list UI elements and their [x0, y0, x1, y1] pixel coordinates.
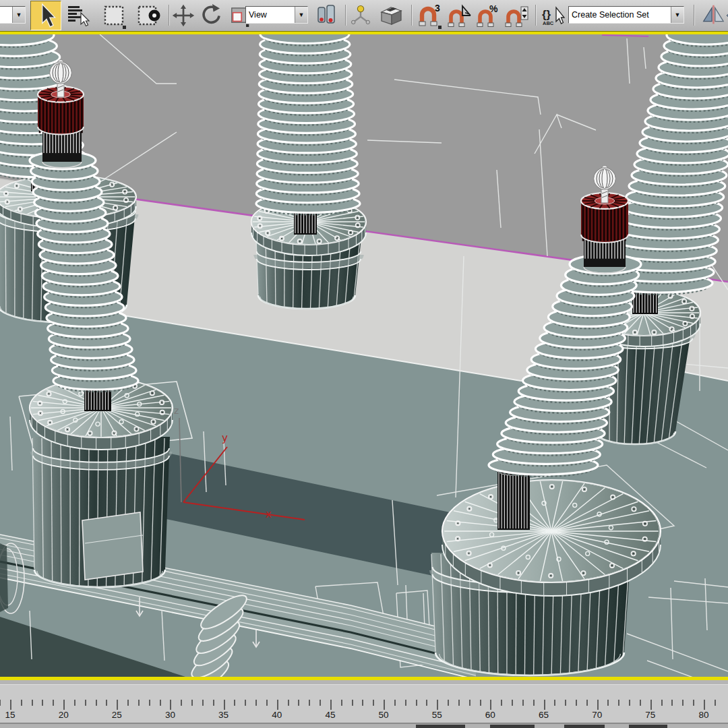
frame-tick[interactable]: [544, 700, 545, 710]
trackbar-key-segment[interactable]: [629, 725, 667, 728]
axis-label-y: y: [222, 432, 228, 444]
frame-tick[interactable]: [202, 700, 204, 706]
frame-tick[interactable]: [565, 700, 566, 706]
undo-dropdown[interactable]: ▼: [0, 6, 26, 24]
frame-tick[interactable]: [437, 700, 438, 710]
frame-tick[interactable]: [213, 700, 214, 706]
frame-tick[interactable]: [10, 700, 11, 710]
frame-tick[interactable]: [21, 700, 22, 706]
frame-tick[interactable]: [671, 700, 673, 706]
spinner-snap-toggle-button[interactable]: [503, 2, 530, 29]
abc-label: ABC: [543, 20, 554, 26]
frame-tick[interactable]: [480, 700, 481, 706]
frame-tick[interactable]: [682, 700, 684, 706]
frame-tick[interactable]: [106, 700, 107, 706]
frame-tick[interactable]: [650, 700, 652, 710]
frame-tick[interactable]: [362, 700, 363, 706]
magnet-3d-snap-icon: 3: [416, 2, 443, 29]
frame-tick[interactable]: [448, 700, 449, 706]
frame-tick[interactable]: [320, 700, 321, 706]
frame-tick[interactable]: [586, 700, 588, 706]
frame-tick[interactable]: [629, 700, 630, 706]
frame-tick[interactable]: [384, 700, 385, 710]
frame-tick[interactable]: [458, 700, 460, 706]
frame-tick[interactable]: [74, 700, 75, 706]
frame-tick[interactable]: [191, 700, 193, 706]
rectangular-selection-region-button[interactable]: [100, 2, 127, 29]
frame-tick[interactable]: [32, 700, 33, 706]
trackbar-key-segment[interactable]: [564, 725, 605, 728]
frame-tick[interactable]: [224, 700, 225, 710]
frame-tick[interactable]: [341, 700, 342, 706]
frame-tick[interactable]: [330, 700, 332, 710]
align-icon: [725, 2, 728, 29]
frame-tick[interactable]: [266, 700, 268, 706]
select-by-name-button[interactable]: [65, 2, 92, 29]
frame-tick[interactable]: [640, 700, 641, 706]
frame-tick[interactable]: [127, 700, 129, 706]
frame-tick[interactable]: [501, 700, 502, 706]
frame-tick[interactable]: [138, 700, 140, 706]
frame-tick[interactable]: [53, 700, 54, 706]
dropdown-arrow-icon[interactable]: ▼: [12, 7, 25, 23]
select-object-button[interactable]: [30, 1, 61, 30]
frame-tick[interactable]: [405, 700, 406, 706]
frame-tick[interactable]: [533, 700, 535, 706]
frame-tick[interactable]: [416, 700, 417, 706]
frame-tick[interactable]: [661, 700, 663, 706]
mirror-button[interactable]: [700, 2, 725, 29]
frame-tick[interactable]: [522, 700, 524, 706]
frame-tick[interactable]: [607, 700, 609, 706]
frame-tick[interactable]: [373, 700, 374, 706]
trackbar-key-segment[interactable]: [416, 725, 465, 728]
trackbar-key-segment[interactable]: [490, 725, 535, 728]
frame-tick[interactable]: [693, 700, 694, 706]
align-button-partial[interactable]: [725, 2, 728, 29]
edit-named-selection-sets-button[interactable]: {} ABC: [539, 2, 566, 29]
snap-toggle-3d-button[interactable]: 3: [416, 2, 443, 29]
frame-tick[interactable]: [309, 700, 310, 706]
percent-snap-toggle-button[interactable]: %: [475, 2, 500, 29]
select-and-manipulate-button[interactable]: [348, 2, 373, 29]
frame-tick[interactable]: [490, 700, 491, 710]
frame-tick[interactable]: [394, 700, 396, 706]
frame-tick[interactable]: [618, 700, 619, 706]
use-pivot-point-center-button[interactable]: [312, 2, 340, 29]
keyboard-shortcut-override-button[interactable]: [376, 2, 407, 29]
frame-tick[interactable]: [426, 700, 427, 706]
frame-tick[interactable]: [512, 700, 513, 706]
frame-tick[interactable]: [298, 700, 299, 706]
frame-tick[interactable]: [277, 700, 278, 710]
frame-tick[interactable]: [554, 700, 555, 706]
select-and-rotate-button[interactable]: [198, 2, 224, 29]
frame-tick[interactable]: [63, 700, 65, 710]
frame-tick[interactable]: [597, 700, 599, 710]
frame-tick[interactable]: [255, 700, 257, 706]
frame-tick[interactable]: [288, 700, 289, 706]
frame-tick[interactable]: [352, 700, 353, 706]
window-crossing-toggle-button[interactable]: [135, 2, 166, 29]
frame-tick[interactable]: [42, 700, 43, 706]
frame-tick[interactable]: [469, 700, 471, 706]
frame-tick[interactable]: [0, 700, 1, 706]
frame-tick[interactable]: [117, 700, 118, 710]
frame-tick[interactable]: [704, 700, 705, 710]
frame-tick[interactable]: [715, 700, 716, 706]
frame-tick[interactable]: [85, 700, 86, 706]
named-selection-set-dropdown[interactable]: Create Selection Set ▼: [568, 6, 684, 24]
frame-tick[interactable]: [96, 700, 97, 706]
frame-tick[interactable]: [181, 700, 182, 706]
angle-snap-toggle-button[interactable]: [446, 2, 474, 29]
frame-tick[interactable]: [234, 700, 235, 706]
dropdown-arrow-icon[interactable]: ▼: [671, 7, 684, 23]
frame-tick[interactable]: [245, 700, 246, 706]
track-bar-timeline[interactable]: 1520253035404550556065707580: [0, 680, 728, 728]
select-and-move-button[interactable]: [171, 2, 195, 29]
frame-tick[interactable]: [170, 700, 171, 710]
reference-coordinate-system-dropdown[interactable]: View ▼: [245, 6, 308, 24]
frame-tick[interactable]: [576, 700, 577, 706]
frame-tick[interactable]: [160, 700, 161, 706]
frame-tick[interactable]: [149, 700, 150, 706]
dropdown-arrow-icon[interactable]: ▼: [295, 7, 307, 23]
viewport-canvas[interactable]: xyz: [0, 34, 728, 677]
